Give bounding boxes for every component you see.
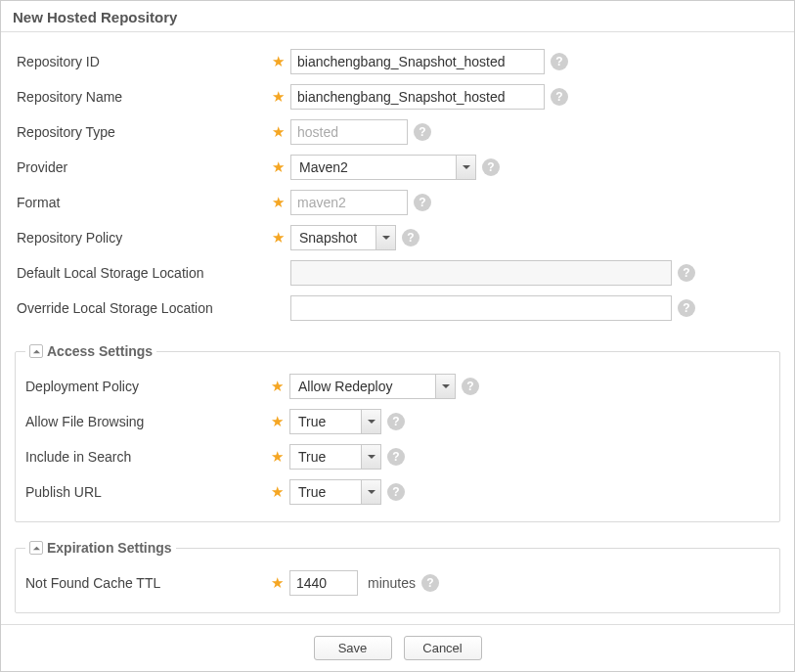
required-star-icon: ★: [269, 123, 287, 141]
default-storage-input: [290, 260, 672, 286]
provider-value: Maven2: [291, 156, 356, 179]
required-star-icon: ★: [268, 378, 286, 395]
label-allow-file-browsing: Allow File Browsing: [25, 414, 268, 429]
help-icon[interactable]: ?: [402, 229, 420, 246]
label-default-storage: Default Local Storage Location: [15, 265, 269, 281]
chevron-down-icon[interactable]: [361, 480, 380, 504]
label-not-found-cache-ttl: Not Found Cache TTL: [25, 575, 268, 591]
label-override-storage: Override Local Storage Location: [15, 300, 269, 316]
row-repository-name: Repository Name ★ ?: [15, 79, 780, 114]
row-override-storage: Override Local Storage Location ?: [15, 291, 780, 326]
include-in-search-select[interactable]: True: [289, 444, 381, 470]
help-icon[interactable]: ?: [414, 194, 431, 211]
required-star-icon: ★: [268, 483, 286, 501]
repository-id-input[interactable]: [290, 49, 545, 74]
help-icon[interactable]: ?: [551, 53, 568, 70]
row-format: Format ★ ?: [15, 185, 780, 220]
help-icon[interactable]: ?: [414, 123, 431, 141]
help-icon[interactable]: ?: [387, 448, 405, 466]
help-icon[interactable]: ?: [482, 158, 500, 176]
required-star-icon: ★: [269, 194, 287, 211]
required-star-icon: ★: [269, 53, 287, 70]
label-include-in-search: Include in Search: [25, 449, 268, 465]
label-publish-url: Publish URL: [25, 484, 268, 500]
required-star-placeholder: [269, 265, 287, 282]
publish-url-value: True: [290, 480, 333, 504]
repository-type-input: [290, 119, 408, 145]
repository-policy-select[interactable]: Snapshot: [290, 225, 396, 250]
required-star-icon: ★: [269, 88, 287, 106]
footer-button-bar: Save Cancel: [1, 624, 794, 671]
collapse-toggle-icon[interactable]: [29, 541, 43, 555]
chevron-down-icon[interactable]: [456, 156, 475, 179]
required-star-icon: ★: [268, 448, 286, 466]
not-found-cache-ttl-input[interactable]: [289, 570, 358, 596]
include-in-search-value: True: [290, 445, 333, 469]
label-repository-policy: Repository Policy: [15, 230, 269, 246]
label-repository-type: Repository Type: [15, 124, 269, 140]
row-allow-file-browsing: Allow File Browsing ★ True ?: [25, 404, 770, 439]
required-star-icon: ★: [269, 158, 287, 176]
chevron-down-icon[interactable]: [361, 445, 380, 469]
form-scroll-area[interactable]: Repository ID ★ ? Repository Name ★ ? Re…: [1, 34, 794, 624]
label-provider: Provider: [15, 159, 269, 175]
format-input: [290, 190, 408, 215]
row-repository-id: Repository ID ★ ?: [15, 44, 780, 79]
chevron-down-icon[interactable]: [375, 226, 395, 249]
required-star-icon: ★: [268, 413, 286, 430]
help-icon[interactable]: ?: [678, 264, 695, 282]
window-title: New Hosted Repository: [1, 1, 794, 32]
cancel-button[interactable]: Cancel: [404, 636, 482, 660]
provider-select[interactable]: Maven2: [290, 155, 476, 180]
row-provider: Provider ★ Maven2 ?: [15, 150, 780, 185]
allow-file-browsing-select[interactable]: True: [289, 409, 381, 434]
deployment-policy-select[interactable]: Allow Redeploy: [289, 374, 456, 399]
allow-file-browsing-value: True: [290, 410, 333, 433]
row-not-found-cache-ttl: Not Found Cache TTL ★ minutes ?: [25, 565, 770, 601]
collapse-toggle-icon[interactable]: [29, 344, 43, 358]
required-star-placeholder: [269, 300, 287, 317]
expiration-settings-legend: Expiration Settings: [25, 540, 176, 556]
required-star-icon: ★: [268, 574, 286, 592]
expiration-settings-section: Expiration Settings Not Found Cache TTL …: [15, 540, 780, 613]
help-icon[interactable]: ?: [678, 299, 695, 317]
required-star-icon: ★: [269, 229, 287, 246]
save-button[interactable]: Save: [314, 636, 392, 660]
help-icon[interactable]: ?: [551, 88, 568, 106]
label-repository-name: Repository Name: [15, 89, 269, 105]
publish-url-select[interactable]: True: [289, 479, 381, 505]
row-repository-type: Repository Type ★ ?: [15, 114, 780, 150]
access-settings-section: Access Settings Deployment Policy ★ Allo…: [15, 343, 780, 522]
ttl-unit-label: minutes: [368, 575, 416, 591]
label-deployment-policy: Deployment Policy: [25, 379, 268, 394]
access-settings-legend: Access Settings: [25, 343, 156, 359]
repository-policy-value: Snapshot: [291, 226, 365, 249]
help-icon[interactable]: ?: [462, 378, 479, 395]
chevron-down-icon[interactable]: [435, 375, 455, 398]
label-format: Format: [15, 195, 269, 210]
help-icon[interactable]: ?: [421, 574, 439, 592]
help-icon[interactable]: ?: [387, 413, 405, 430]
help-icon[interactable]: ?: [387, 483, 405, 501]
row-default-storage: Default Local Storage Location ?: [15, 255, 780, 291]
row-deployment-policy: Deployment Policy ★ Allow Redeploy ?: [25, 369, 770, 404]
chevron-down-icon[interactable]: [361, 410, 380, 433]
label-repository-id: Repository ID: [15, 54, 269, 69]
override-storage-input[interactable]: [290, 295, 672, 321]
row-repository-policy: Repository Policy ★ Snapshot ?: [15, 220, 780, 255]
row-publish-url: Publish URL ★ True ?: [25, 474, 770, 510]
expiration-settings-title: Expiration Settings: [47, 540, 172, 556]
repository-name-input[interactable]: [290, 84, 545, 110]
row-include-in-search: Include in Search ★ True ?: [25, 439, 770, 474]
deployment-policy-value: Allow Redeploy: [290, 375, 401, 398]
access-settings-title: Access Settings: [47, 343, 153, 359]
new-hosted-repo-window: New Hosted Repository Repository ID ★ ? …: [0, 0, 795, 672]
